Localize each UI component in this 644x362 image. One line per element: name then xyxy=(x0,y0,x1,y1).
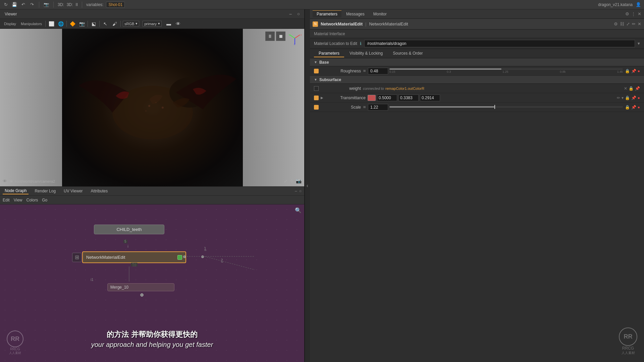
transmittance-b[interactable] xyxy=(420,95,440,101)
shot-value[interactable]: Shot-01 xyxy=(106,2,125,8)
user-icon[interactable]: 👤 xyxy=(635,2,641,8)
section-subsurface[interactable]: ▼ Subsurface xyxy=(310,76,644,84)
ng-menu-edit[interactable]: Edit xyxy=(3,198,10,202)
viewport-canvas xyxy=(0,29,304,186)
ng-menu-view[interactable]: View xyxy=(14,198,22,202)
ng-tab-attributes[interactable]: Attributes xyxy=(89,188,110,194)
ng-search-btn[interactable]: 🔍 xyxy=(295,207,302,214)
ng-menu-go[interactable]: Go xyxy=(42,198,47,202)
ng-menu-colors[interactable]: Colors xyxy=(26,198,38,202)
nn-edit-icon[interactable]: ✏ xyxy=(632,21,636,26)
weight-checkbox[interactable] xyxy=(314,86,319,91)
viewer-tab[interactable]: Viewer xyxy=(3,11,19,17)
vp-expand-icon[interactable]: ⤢ xyxy=(284,178,288,184)
redo-icon[interactable]: ↷ xyxy=(29,2,35,8)
mode-label: 3D: xyxy=(58,2,64,7)
paint-icon[interactable]: 🖌 xyxy=(111,20,118,27)
colorspace-dropdown[interactable]: sRGB ▾ xyxy=(123,21,139,26)
transmittance-edit-icon[interactable]: ✏ xyxy=(617,96,620,100)
node-child-teeth[interactable]: CHILD_teeth xyxy=(94,225,164,234)
mat-location-info-icon[interactable]: ℹ xyxy=(360,41,362,46)
dragon-svg xyxy=(62,29,243,186)
roughness-pin-icon[interactable]: 📌 xyxy=(631,69,636,73)
display-btn[interactable]: Display xyxy=(3,21,17,26)
tab-messages[interactable]: Messages xyxy=(342,10,369,17)
subtab-parameters[interactable]: Parameters xyxy=(314,50,344,57)
primary-dropdown[interactable]: primary ▾ xyxy=(143,21,162,26)
vp-crosshair-icon[interactable]: ✛ xyxy=(290,178,294,184)
ptab-settings-icon[interactable]: ⚙ xyxy=(625,11,629,16)
roughness-input[interactable] xyxy=(368,68,388,74)
cube-icon[interactable]: ⬜ xyxy=(48,20,55,27)
transmittance-anim-icon[interactable]: ● xyxy=(638,96,640,100)
nn-settings-icon[interactable]: ⚙ xyxy=(614,21,618,26)
ng-tab-renderlog[interactable]: Render Log xyxy=(33,188,58,194)
nn-expand-icon[interactable]: ⤢ xyxy=(626,21,630,26)
pause-btn[interactable]: ⏸ xyxy=(265,32,275,41)
sep2 xyxy=(53,2,54,8)
globe-icon[interactable]: 🌐 xyxy=(57,20,64,27)
ng-tab-uvviewer[interactable]: UV Viewer xyxy=(62,188,85,194)
scale-anim-icon[interactable]: ● xyxy=(638,105,640,110)
eye-icon[interactable]: 👁 xyxy=(174,20,182,27)
vp-camera-icon[interactable]: 📷 xyxy=(296,178,302,184)
cursor-icon[interactable]: ↖ xyxy=(102,20,109,27)
viewer-minimize-icon[interactable]: – xyxy=(287,11,293,17)
refresh-icon[interactable]: ↻ xyxy=(3,2,9,8)
node-name-bar: N NetworkMaterialEdit | NetworkMaterialE… xyxy=(310,19,644,29)
transmittance-r[interactable] xyxy=(377,95,397,101)
save-icon[interactable]: 💾 xyxy=(11,2,17,8)
roughness-lock-icon[interactable]: 🔒 xyxy=(625,69,630,73)
node-networkmaterial[interactable]: ⊞ NetworkMaterialEdit ⬛ xyxy=(82,251,186,263)
scale-lock-icon[interactable]: 🔒 xyxy=(625,105,630,110)
mat-interface-label: Material Interface xyxy=(314,32,345,36)
transmittance-swatch[interactable] xyxy=(368,95,376,101)
monitor-icon[interactable]: ▬ xyxy=(165,20,172,27)
svg-point-3 xyxy=(155,102,157,103)
weight-connected-value: remapColor1.outColorR xyxy=(385,86,424,90)
top-toolbar: ↻ 💾 ↶ ↷ 📷 3D: 3D: II variables: Shot-01 … xyxy=(0,0,644,9)
weight-pin-icon[interactable]: 📌 xyxy=(635,86,640,91)
transmittance-lock-icon[interactable]: 🔒 xyxy=(625,96,630,100)
select-icon[interactable]: ⬕ xyxy=(90,20,97,27)
transmittance-dropdown-icon[interactable]: ▾ xyxy=(622,96,624,100)
nn-close-icon[interactable]: ✕ xyxy=(638,21,641,26)
roughness-anim-icon[interactable]: ● xyxy=(638,69,640,73)
nodegraph-area[interactable]: 🔍 CHILD_teeth ↓ 5 ⊞ NetworkMaterialEdit … xyxy=(0,204,304,362)
ng-min-icon[interactable]: – xyxy=(295,189,297,193)
camera-icon[interactable]: 📷 xyxy=(43,2,49,8)
roughness-slider[interactable]: 0.15 0.3 1.25 0.8k 1.4k xyxy=(389,68,623,73)
viewport[interactable]: ⏸ ⏹ X Y Z 👁 ◉ /root/world/cam/camera2 xyxy=(0,29,304,186)
mat-location-dropdown-icon[interactable]: ▾ xyxy=(638,41,640,46)
ptab-close-icon[interactable]: ✕ xyxy=(638,11,641,16)
material-icon[interactable]: 🔶 xyxy=(69,20,76,27)
tab-monitor[interactable]: Monitor xyxy=(369,10,391,17)
panel-collapse-btn[interactable]: ‹ xyxy=(305,9,310,362)
manipulators-btn[interactable]: Manipulators xyxy=(19,21,43,26)
tab-parameters[interactable]: Parameters xyxy=(313,10,341,17)
section-base[interactable]: ▼ Base xyxy=(310,58,644,66)
camera2-icon[interactable]: 📷 xyxy=(78,20,86,27)
ng-tab-nodegraph[interactable]: Node Graph xyxy=(3,188,29,194)
scale-slider[interactable] xyxy=(389,106,623,108)
transmittance-pin-icon[interactable]: 📌 xyxy=(631,96,636,100)
undo-icon[interactable]: ↶ xyxy=(20,2,26,8)
svg-line-13 xyxy=(205,256,255,270)
subtab-sources[interactable]: Sources & Order xyxy=(388,50,427,57)
weight-disconnect-icon[interactable]: ✕ xyxy=(624,86,627,91)
transmittance-g[interactable] xyxy=(398,95,419,101)
ptab-more-icon[interactable]: ⋮ xyxy=(631,11,636,16)
mat-location-input[interactable] xyxy=(364,40,635,47)
weight-lock-icon[interactable]: 🔒 xyxy=(629,86,634,91)
nn-link-icon[interactable]: ⛓ xyxy=(620,21,624,26)
mat-location-label: Material Location to Edit xyxy=(314,41,357,46)
transmittance-expand[interactable]: ▶ xyxy=(321,96,323,100)
subtab-visibility[interactable]: Visibility & Locking xyxy=(345,50,387,57)
scale-pin-icon[interactable]: 📌 xyxy=(631,105,636,110)
stop-btn[interactable]: ⏹ xyxy=(276,32,285,41)
ng-max-icon[interactable]: ○ xyxy=(299,189,302,193)
viewer-maximize-icon[interactable]: ○ xyxy=(296,11,302,17)
scale-input[interactable] xyxy=(368,104,388,111)
ng-label-i1: i1 xyxy=(91,278,94,282)
ng-bottom-node[interactable]: Merge_10 xyxy=(107,283,174,291)
